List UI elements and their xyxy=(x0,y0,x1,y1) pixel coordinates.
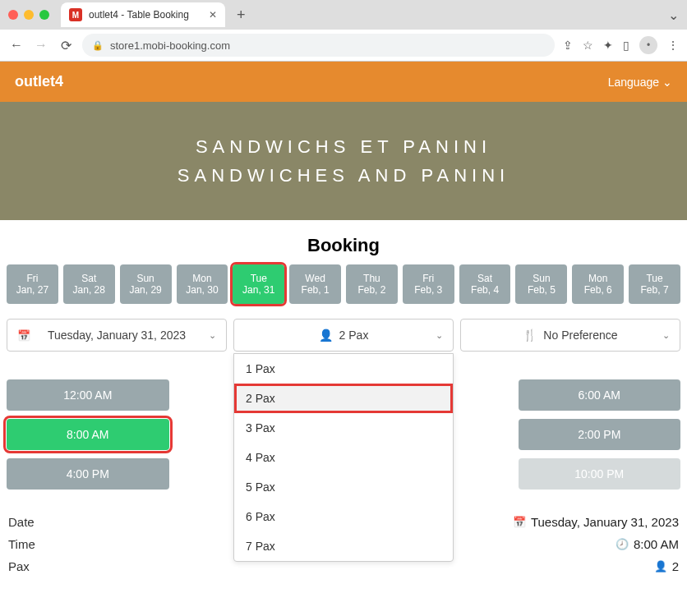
summary-time-value: 8:00 AM xyxy=(634,537,679,551)
person-icon: 👤 xyxy=(654,560,667,572)
date-cell[interactable]: SunFeb, 5 xyxy=(515,264,567,304)
date-dow: Mon xyxy=(192,273,211,284)
pax-option[interactable]: 5 Pax xyxy=(234,472,453,502)
calendar-icon: 📅 xyxy=(17,329,30,342)
date-cell[interactable]: FriFeb, 3 xyxy=(403,264,454,304)
date-cell[interactable]: ThuFeb, 2 xyxy=(346,264,398,304)
date-md: Feb, 2 xyxy=(357,284,385,296)
panel-icon[interactable]: ▯ xyxy=(623,39,629,52)
pax-option[interactable]: 7 Pax xyxy=(234,531,453,561)
date-md: Jan, 31 xyxy=(242,284,274,296)
time-slot[interactable]: 2:00 PM xyxy=(519,419,681,450)
summary-date-label: Date xyxy=(8,515,35,529)
pax-select[interactable]: 👤 2 Pax ⌄ 1 Pax2 Pax3 Pax4 Pax5 Pax6 Pax… xyxy=(233,319,454,352)
extensions-icon[interactable]: ✦ xyxy=(603,39,613,52)
date-md: Feb, 3 xyxy=(414,284,442,296)
pax-option[interactable]: 3 Pax xyxy=(234,413,453,443)
date-cell[interactable]: WedFeb, 1 xyxy=(289,264,341,304)
summary-pax-value: 2 xyxy=(672,559,679,573)
close-tab-icon[interactable]: ✕ xyxy=(209,9,217,21)
menu-icon[interactable]: ⋮ xyxy=(667,39,679,52)
summary-time-label: Time xyxy=(8,537,35,551)
pax-select-value: 2 Pax xyxy=(339,329,369,342)
new-tab-button[interactable]: + xyxy=(232,7,251,24)
date-select-value: Tuesday, January 31, 2023 xyxy=(48,329,186,342)
pax-option[interactable]: 1 Pax xyxy=(234,354,453,384)
date-cell[interactable]: SunJan, 29 xyxy=(120,264,172,304)
clock-icon: 🕗 xyxy=(616,538,629,550)
date-md: Jan, 27 xyxy=(16,284,48,296)
date-md: Feb, 6 xyxy=(584,284,612,296)
forward-button[interactable]: → xyxy=(33,38,49,53)
close-window-icon[interactable] xyxy=(8,10,18,20)
chevron-down-icon: ⌄ xyxy=(436,330,443,341)
profile-avatar[interactable]: • xyxy=(639,36,657,54)
pax-option[interactable]: 4 Pax xyxy=(234,443,453,472)
preference-select-value: No Preference xyxy=(543,329,617,342)
app-header: outlet4 Language ⌄ xyxy=(0,62,687,102)
chevron-down-icon: ⌄ xyxy=(662,76,672,89)
date-cell[interactable]: FriJan, 27 xyxy=(7,264,58,304)
time-slot[interactable]: 8:00 AM xyxy=(7,419,169,450)
date-dow: Thu xyxy=(363,273,380,284)
date-md: Feb, 4 xyxy=(471,284,499,296)
date-dow: Fri xyxy=(422,273,434,284)
date-dow: Tue xyxy=(646,273,662,284)
brand-name: outlet4 xyxy=(15,73,63,90)
summary-date-value: Tuesday, January 31, 2023 xyxy=(531,515,679,529)
date-picker-row: FriJan, 27SatJan, 28SunJan, 29MonJan, 30… xyxy=(7,264,680,304)
date-dow: Sun xyxy=(136,273,154,284)
chevron-down-icon: ⌄ xyxy=(209,330,216,341)
pax-option[interactable]: 2 Pax xyxy=(234,384,453,413)
fullscreen-window-icon[interactable] xyxy=(39,10,49,20)
date-cell[interactable]: TueFeb, 7 xyxy=(629,264,680,304)
date-cell[interactable]: MonFeb, 6 xyxy=(572,264,624,304)
date-dow: Sat xyxy=(81,273,96,284)
pax-dropdown: 1 Pax2 Pax3 Pax4 Pax5 Pax6 Pax7 Pax xyxy=(233,353,454,562)
share-icon[interactable]: ⇪ xyxy=(563,39,573,52)
date-md: Jan, 30 xyxy=(186,284,218,296)
language-dropdown[interactable]: Language ⌄ xyxy=(608,76,672,89)
date-md: Jan, 28 xyxy=(73,284,105,296)
summary-pax-label: Pax xyxy=(8,559,30,573)
time-slot[interactable]: 6:00 AM xyxy=(519,379,681,411)
date-dow: Mon xyxy=(588,273,607,284)
pax-option[interactable]: 6 Pax xyxy=(234,502,453,531)
date-dow: Tue xyxy=(251,273,267,284)
minimize-window-icon[interactable] xyxy=(24,10,34,20)
date-cell[interactable]: SatFeb, 4 xyxy=(459,264,511,304)
calendar-icon: 📅 xyxy=(513,516,526,528)
date-md: Feb, 5 xyxy=(528,284,556,296)
time-slot[interactable]: 12:00 AM xyxy=(7,379,169,411)
chevron-down-icon: ⌄ xyxy=(662,330,670,341)
window-traffic-lights xyxy=(8,10,49,20)
date-cell[interactable]: SatJan, 28 xyxy=(63,264,115,304)
preference-select[interactable]: 🍴 No Preference ⌄ xyxy=(460,319,680,352)
date-cell[interactable]: MonJan, 30 xyxy=(177,264,228,304)
time-slot: 10:00 PM xyxy=(519,458,681,490)
section-title: Booking xyxy=(7,235,680,256)
language-label: Language xyxy=(608,76,659,89)
hero-line-1: SANDWICHS ET PANINI xyxy=(196,132,491,161)
back-button[interactable]: ← xyxy=(8,38,25,53)
date-md: Feb, 1 xyxy=(302,284,330,296)
date-dow: Sun xyxy=(533,273,550,284)
browser-tab[interactable]: M outlet4 - Table Booking ✕ xyxy=(61,2,225,27)
time-slot[interactable]: 4:00 PM xyxy=(7,458,169,490)
browser-chrome: M outlet4 - Table Booking ✕ + ⌄ ← → ⟳ 🔒 … xyxy=(0,0,687,62)
hero-line-2: SANDWICHES AND PANINI xyxy=(178,161,509,190)
person-icon: 👤 xyxy=(319,329,333,342)
url-text: store1.mobi-booking.com xyxy=(110,39,230,52)
date-md: Feb, 7 xyxy=(641,284,669,296)
date-cell[interactable]: TueJan, 31 xyxy=(233,264,284,304)
address-bar[interactable]: 🔒 store1.mobi-booking.com xyxy=(82,34,555,57)
tab-title: outlet4 - Table Booking xyxy=(89,9,189,21)
bookmark-icon[interactable]: ☆ xyxy=(583,39,593,52)
date-md: Jan, 29 xyxy=(129,284,161,296)
favicon-icon: M xyxy=(69,8,82,21)
date-dow: Wed xyxy=(305,273,325,284)
tab-overflow-icon[interactable]: ⌄ xyxy=(668,7,679,23)
reload-button[interactable]: ⟳ xyxy=(58,38,74,53)
date-select[interactable]: 📅 Tuesday, January 31, 2023 ⌄ xyxy=(7,319,227,352)
hero-banner: SANDWICHS ET PANINI SANDWICHES AND PANIN… xyxy=(0,102,687,220)
